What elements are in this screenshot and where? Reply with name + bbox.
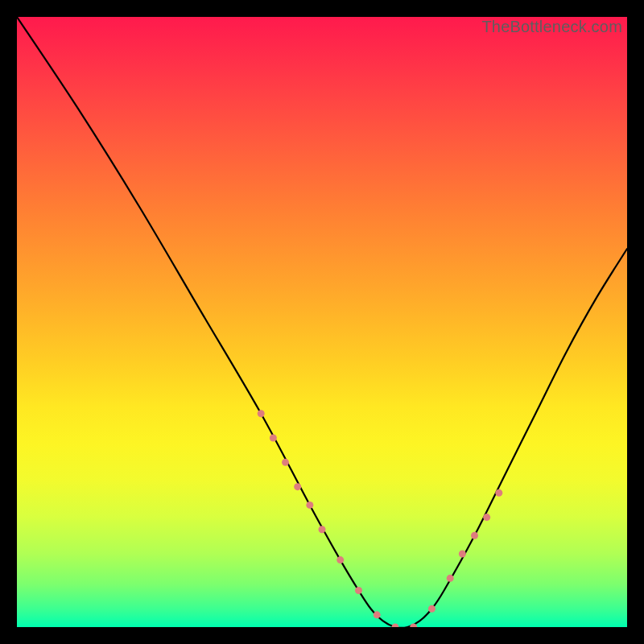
- bottleneck-curve: [17, 17, 627, 627]
- watermark-text: TheBottleneck.com: [481, 18, 622, 36]
- bottleneck-curve-path: [17, 17, 627, 627]
- curve-marker: [495, 489, 502, 497]
- curve-marker: [258, 410, 265, 417]
- curve-marker: [391, 624, 398, 628]
- curve-marker: [306, 502, 313, 509]
- curve-marker: [270, 435, 277, 442]
- curve-marker: [294, 483, 301, 490]
- curve-marker: [447, 575, 454, 582]
- curve-marker: [374, 611, 381, 618]
- curve-marker: [336, 556, 344, 564]
- plot-area: [17, 17, 627, 627]
- curve-marker: [471, 532, 478, 539]
- chart-frame: TheBottleneck.com: [17, 17, 627, 627]
- curve-markers: [258, 410, 503, 627]
- curve-marker: [355, 587, 362, 594]
- curve-marker: [459, 551, 466, 558]
- curve-marker: [428, 605, 436, 613]
- curve-marker: [319, 526, 326, 533]
- curve-marker: [483, 514, 490, 521]
- curve-layer: [17, 17, 627, 627]
- curve-marker: [282, 459, 289, 466]
